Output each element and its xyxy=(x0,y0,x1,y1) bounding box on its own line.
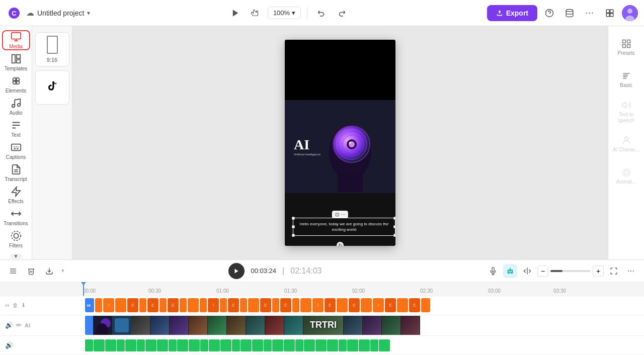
fullscreen-button[interactable] xyxy=(607,264,621,278)
green-seg[interactable] xyxy=(125,339,136,351)
sidebar-item-audio[interactable]: Audio xyxy=(2,97,30,117)
resize-handle-ml[interactable] xyxy=(292,225,295,228)
clip[interactable] xyxy=(300,298,311,312)
green-seg[interactable] xyxy=(370,339,378,351)
green-seg[interactable] xyxy=(177,339,188,351)
clip[interactable]: E xyxy=(385,298,396,312)
clip[interactable]: I xyxy=(312,298,324,312)
green-seg[interactable] xyxy=(327,339,338,351)
right-panel-presets[interactable]: Presets xyxy=(611,32,641,62)
green-seg[interactable] xyxy=(105,339,116,351)
sidebar-item-effects[interactable]: Effects xyxy=(2,185,30,205)
undo-button[interactable] xyxy=(313,5,330,21)
clip[interactable]: E xyxy=(147,298,158,312)
clip[interactable]: E xyxy=(280,298,291,312)
green-seg[interactable] xyxy=(359,339,370,351)
tiktok-format[interactable] xyxy=(35,70,69,105)
green-seg[interactable] xyxy=(117,339,125,351)
mic-button[interactable] xyxy=(486,264,500,278)
green-seg[interactable] xyxy=(272,339,283,351)
sidebar-item-captions[interactable]: Captions xyxy=(2,141,30,161)
timeline-play-button[interactable] xyxy=(228,263,245,279)
media-thumb-15[interactable] xyxy=(401,316,420,335)
media-thumb-13[interactable] xyxy=(363,316,382,335)
clip[interactable] xyxy=(240,298,247,312)
green-seg[interactable] xyxy=(145,339,156,351)
clip-first[interactable]: Hi xyxy=(85,298,94,312)
user-avatar[interactable] xyxy=(622,5,638,21)
storage-button[interactable] xyxy=(561,5,578,21)
ai-voice-button[interactable] xyxy=(503,264,517,278)
project-name-area[interactable]: ☁ Untitled project ▾ xyxy=(26,8,90,18)
clip[interactable] xyxy=(95,298,102,312)
resize-handle-tr[interactable] xyxy=(393,217,395,220)
green-seg[interactable] xyxy=(209,339,220,351)
green-seg[interactable] xyxy=(232,339,240,351)
sidebar-expand-button[interactable]: ▼ xyxy=(10,253,22,259)
right-panel-basic[interactable]: Basic xyxy=(611,64,641,95)
clip[interactable] xyxy=(421,298,430,312)
media-thumb-5[interactable] xyxy=(170,316,189,335)
zoom-bar[interactable] xyxy=(550,270,591,272)
clip[interactable]: E xyxy=(349,298,360,312)
green-seg[interactable] xyxy=(347,339,358,351)
clip[interactable] xyxy=(292,298,299,312)
aspect-ratio-916[interactable]: 9:16 xyxy=(35,32,69,66)
resize-handle-bl[interactable] xyxy=(292,234,295,237)
green-seg[interactable] xyxy=(240,339,252,351)
green-seg[interactable] xyxy=(264,339,272,351)
hand-tool-button[interactable] xyxy=(248,5,264,21)
caption-container[interactable]: ⊡ ··· Hello everyone, today we are going… xyxy=(289,222,391,240)
layout-toggle-button[interactable] xyxy=(602,5,618,21)
track-1-download[interactable]: ⬇ xyxy=(21,302,26,309)
media-thumb-9[interactable] xyxy=(246,316,265,335)
clip[interactable] xyxy=(159,298,167,312)
zoom-in-button[interactable]: + xyxy=(593,265,604,277)
redo-button[interactable] xyxy=(334,5,350,21)
play-mode-button[interactable] xyxy=(227,5,244,21)
sidebar-item-elements[interactable]: Elements xyxy=(2,74,30,95)
media-thumb-1[interactable] xyxy=(93,316,112,335)
media-thumb-10[interactable] xyxy=(265,316,284,335)
clip[interactable] xyxy=(139,298,146,312)
media-thumb-text[interactable]: TRTRI xyxy=(303,316,344,335)
zoom-control[interactable]: 100% ▾ xyxy=(268,7,301,19)
split-button[interactable] xyxy=(520,264,534,278)
clip[interactable]: I xyxy=(373,298,384,312)
caption-text-box[interactable]: Hello everyone, today we are going to di… xyxy=(293,218,395,236)
caption-more-icon[interactable]: ··· xyxy=(341,212,345,217)
media-thumb-11[interactable] xyxy=(284,316,303,335)
media-thumb-14[interactable] xyxy=(382,316,401,335)
media-thumb-blue[interactable] xyxy=(85,316,93,335)
green-seg[interactable] xyxy=(284,339,295,351)
clip[interactable] xyxy=(220,298,227,312)
media-thumb-7[interactable] xyxy=(208,316,227,335)
track-vol-icon[interactable]: 🔊 xyxy=(5,321,13,329)
green-seg[interactable] xyxy=(295,339,303,351)
timeline-more-button[interactable]: ⋯ xyxy=(624,264,638,278)
green-seg[interactable] xyxy=(379,339,390,351)
clip[interactable] xyxy=(248,298,259,312)
media-thumb-2[interactable] xyxy=(112,316,131,335)
delete-button[interactable] xyxy=(24,264,38,278)
green-seg[interactable] xyxy=(157,339,168,351)
resize-handle-tl[interactable] xyxy=(292,217,295,220)
green-seg[interactable] xyxy=(315,339,327,351)
green-seg[interactable] xyxy=(200,339,208,351)
sidebar-item-text[interactable]: Text xyxy=(2,119,30,139)
playhead[interactable] xyxy=(83,282,84,296)
export-button[interactable]: Export xyxy=(487,5,537,21)
clip[interactable]: E xyxy=(228,298,239,312)
track-edit-icon[interactable]: ✏ xyxy=(16,321,22,329)
clip[interactable] xyxy=(180,298,187,312)
green-seg[interactable] xyxy=(94,339,105,351)
sidebar-item-templates[interactable]: Templates xyxy=(2,52,30,72)
clip[interactable] xyxy=(337,298,348,312)
resize-handle-mr[interactable] xyxy=(393,225,395,228)
green-seg[interactable] xyxy=(220,339,231,351)
caption-rotate-handle[interactable]: ↻ xyxy=(337,242,344,246)
clip[interactable]: E xyxy=(168,298,179,312)
more-options-button[interactable]: ··· xyxy=(582,5,598,21)
media-thumb-12[interactable] xyxy=(344,316,363,335)
clip[interactable] xyxy=(361,298,372,312)
